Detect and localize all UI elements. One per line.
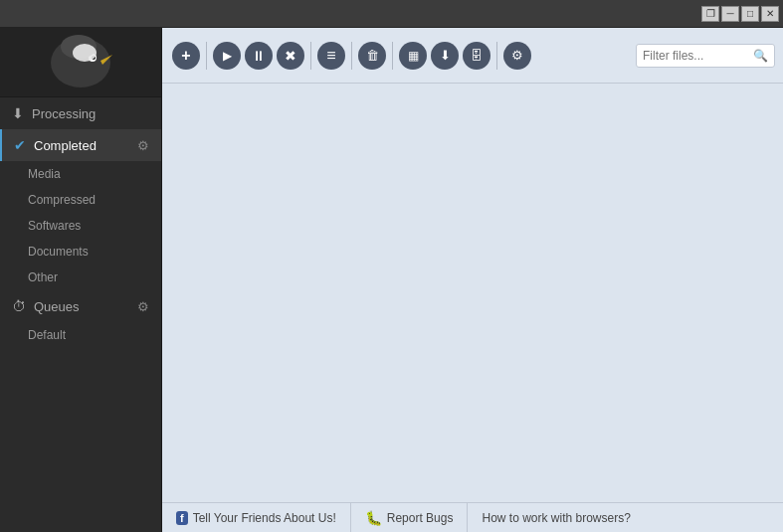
sidebar-item-documents[interactable]: Documents bbox=[0, 239, 161, 265]
sidebar-item-softwares-label: Softwares bbox=[28, 219, 81, 233]
download-icon: ⬇ bbox=[12, 105, 24, 121]
sidebar-item-documents-label: Documents bbox=[28, 245, 89, 259]
sidebar-item-processing[interactable]: ⬇ Processing bbox=[0, 97, 161, 129]
play-button[interactable]: ▶ bbox=[213, 42, 241, 70]
check-icon: ✔ bbox=[14, 137, 26, 153]
titlebar: ❐ ─ □ ✕ bbox=[0, 0, 783, 28]
how-to-button[interactable]: How to work with browsers? bbox=[468, 503, 644, 532]
delete-button[interactable]: 🗑 bbox=[358, 42, 386, 70]
sidebar-item-compressed[interactable]: Compressed bbox=[0, 187, 161, 213]
separator-4 bbox=[392, 42, 393, 70]
search-icon: 🔍 bbox=[753, 49, 768, 63]
sidebar-item-compressed-label: Compressed bbox=[28, 193, 96, 207]
database-button[interactable]: 🗄 bbox=[463, 42, 490, 70]
report-bugs-label: Report Bugs bbox=[387, 511, 454, 525]
download-button[interactable]: ⬇ bbox=[431, 42, 459, 70]
pause-button[interactable]: ⏸ bbox=[245, 42, 273, 70]
footer: f Tell Your Friends About Us! 🐛 Report B… bbox=[162, 502, 783, 532]
reorder-button[interactable]: ≡ bbox=[317, 42, 345, 70]
settings-button[interactable]: ⚙ bbox=[503, 42, 531, 70]
sidebar-item-other-label: Other bbox=[28, 270, 58, 284]
sidebar-item-media[interactable]: Media bbox=[0, 161, 161, 187]
completed-gear-icon[interactable]: ⚙ bbox=[137, 138, 149, 153]
sidebar-item-default[interactable]: Default bbox=[0, 322, 161, 348]
sidebar-item-default-label: Default bbox=[28, 328, 66, 342]
restore-button[interactable]: ❐ bbox=[701, 6, 719, 22]
tell-friends-label: Tell Your Friends About Us! bbox=[193, 511, 336, 525]
facebook-icon: f bbox=[176, 511, 188, 525]
main-content-area bbox=[162, 84, 783, 502]
sidebar-item-queues[interactable]: ⏱ Queues ⚙ bbox=[0, 290, 161, 322]
sidebar-item-other[interactable]: Other bbox=[0, 265, 161, 290]
content-area: + ▶ ⏸ ✖ ≡ 🗑 ▦ ⬇ 🗄 ⚙ bbox=[162, 28, 783, 532]
separator-2 bbox=[310, 42, 311, 70]
report-bugs-button[interactable]: 🐛 Report Bugs bbox=[351, 503, 469, 532]
stop-button[interactable]: ✖ bbox=[277, 42, 304, 70]
sidebar-item-processing-label: Processing bbox=[32, 106, 96, 121]
eagle-logo-icon bbox=[41, 33, 120, 92]
separator-3 bbox=[351, 42, 352, 70]
separator-1 bbox=[206, 42, 207, 70]
main-layout: ⬇ Processing ✔ Completed ⚙ Media Compres… bbox=[0, 28, 783, 532]
sidebar-item-softwares[interactable]: Softwares bbox=[0, 213, 161, 239]
minimize-button[interactable]: ─ bbox=[721, 6, 739, 22]
clock-icon: ⏱ bbox=[12, 298, 26, 314]
sidebar-item-completed[interactable]: ✔ Completed ⚙ bbox=[0, 129, 161, 161]
sidebar: ⬇ Processing ✔ Completed ⚙ Media Compres… bbox=[0, 28, 162, 532]
filter-input[interactable] bbox=[643, 49, 753, 63]
sidebar-item-media-label: Media bbox=[28, 167, 61, 181]
how-to-label: How to work with browsers? bbox=[482, 511, 630, 525]
toolbar: + ▶ ⏸ ✖ ≡ 🗑 ▦ ⬇ 🗄 ⚙ bbox=[162, 28, 783, 84]
sidebar-item-completed-label: Completed bbox=[34, 138, 97, 153]
sidebar-item-queues-label: Queues bbox=[34, 299, 80, 314]
bug-icon: 🐛 bbox=[365, 510, 382, 526]
svg-point-5 bbox=[73, 44, 97, 62]
separator-5 bbox=[496, 42, 497, 70]
queues-gear-icon[interactable]: ⚙ bbox=[137, 299, 149, 314]
maximize-button[interactable]: □ bbox=[741, 6, 759, 22]
add-button[interactable]: + bbox=[172, 42, 200, 70]
filter-box: 🔍 bbox=[636, 44, 775, 68]
app-logo bbox=[0, 28, 161, 97]
tell-friends-button[interactable]: f Tell Your Friends About Us! bbox=[162, 503, 351, 532]
close-button[interactable]: ✕ bbox=[761, 6, 779, 22]
video-button[interactable]: ▦ bbox=[399, 42, 427, 70]
